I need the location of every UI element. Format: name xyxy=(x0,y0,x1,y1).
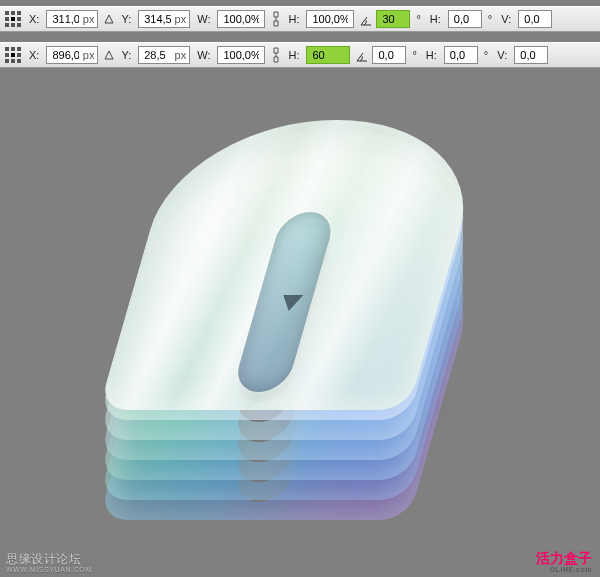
x-label: X: xyxy=(28,13,40,25)
watermark-left: 思缘设计论坛 WWW.MISSYUAN.COM xyxy=(6,551,92,573)
y-input[interactable]: px xyxy=(138,10,190,28)
svg-rect-0 xyxy=(5,11,9,15)
transform-toolbar-1: X: px Y: px W: H: ° H: ° V: xyxy=(0,6,600,32)
vskew-input[interactable] xyxy=(514,46,548,64)
canvas: X: px Y: px W: H: ° H: ° V: X: px Y: px … xyxy=(0,0,600,577)
x-label: X: xyxy=(28,49,40,61)
h-input[interactable] xyxy=(306,10,354,28)
svg-rect-4 xyxy=(11,17,15,21)
svg-rect-3 xyxy=(5,17,9,21)
angle-input[interactable] xyxy=(372,46,406,64)
svg-rect-15 xyxy=(5,59,9,63)
reference-point-icon[interactable] xyxy=(4,10,22,28)
w-input[interactable] xyxy=(217,10,265,28)
vskew-label: V: xyxy=(496,49,508,61)
x-input[interactable]: px xyxy=(46,46,98,64)
svg-rect-5 xyxy=(17,17,21,21)
hskew-label: H: xyxy=(429,13,442,25)
svg-rect-11 xyxy=(17,47,21,51)
y-input[interactable]: px xyxy=(138,46,190,64)
svg-rect-17 xyxy=(17,59,21,63)
link-icon[interactable] xyxy=(271,47,281,63)
svg-rect-6 xyxy=(5,23,9,27)
svg-rect-13 xyxy=(11,53,15,57)
degree-symbol: ° xyxy=(416,13,422,25)
w-label: W: xyxy=(196,49,211,61)
vskew-label: V: xyxy=(500,13,512,25)
y-label: Y: xyxy=(120,49,132,61)
watermark-right-main: 活力盒子 xyxy=(536,550,592,566)
svg-rect-16 xyxy=(11,59,15,63)
reference-point-icon[interactable] xyxy=(4,46,22,64)
degree-symbol: ° xyxy=(412,49,418,61)
w-label: W: xyxy=(196,13,211,25)
watermark-left-main: 思缘设计论坛 xyxy=(6,552,81,566)
y-label: Y: xyxy=(120,13,132,25)
h-input[interactable] xyxy=(306,46,350,64)
degree-symbol: ° xyxy=(484,49,490,61)
degree-symbol: ° xyxy=(488,13,494,25)
svg-rect-1 xyxy=(11,11,15,15)
link-icon[interactable] xyxy=(271,11,281,27)
watermark-right: 活力盒子 OLiHE.com xyxy=(536,550,592,573)
angle-icon xyxy=(360,14,370,24)
delta-icon xyxy=(104,14,114,24)
hskew-input[interactable] xyxy=(448,10,482,28)
watermark-left-sub: WWW.MISSYUAN.COM xyxy=(6,566,92,573)
w-input[interactable] xyxy=(217,46,265,64)
svg-rect-8 xyxy=(17,23,21,27)
hskew-input[interactable] xyxy=(444,46,478,64)
svg-rect-10 xyxy=(11,47,15,51)
svg-rect-2 xyxy=(17,11,21,15)
svg-rect-14 xyxy=(17,53,21,57)
transform-toolbar-2: X: px Y: px W: H: ° H: ° V: xyxy=(0,42,600,68)
svg-rect-7 xyxy=(11,23,15,27)
angle-input[interactable] xyxy=(376,10,410,28)
hskew-label: H: xyxy=(425,49,438,61)
artwork-stage xyxy=(0,70,600,550)
x-input[interactable]: px xyxy=(46,10,98,28)
h-label: H: xyxy=(287,49,300,61)
watermark-right-sub: OLiHE.com xyxy=(536,566,592,573)
svg-rect-12 xyxy=(5,53,9,57)
delta-icon xyxy=(104,50,114,60)
vskew-input[interactable] xyxy=(518,10,552,28)
h-label: H: xyxy=(287,13,300,25)
svg-rect-9 xyxy=(5,47,9,51)
angle-icon xyxy=(356,50,366,60)
